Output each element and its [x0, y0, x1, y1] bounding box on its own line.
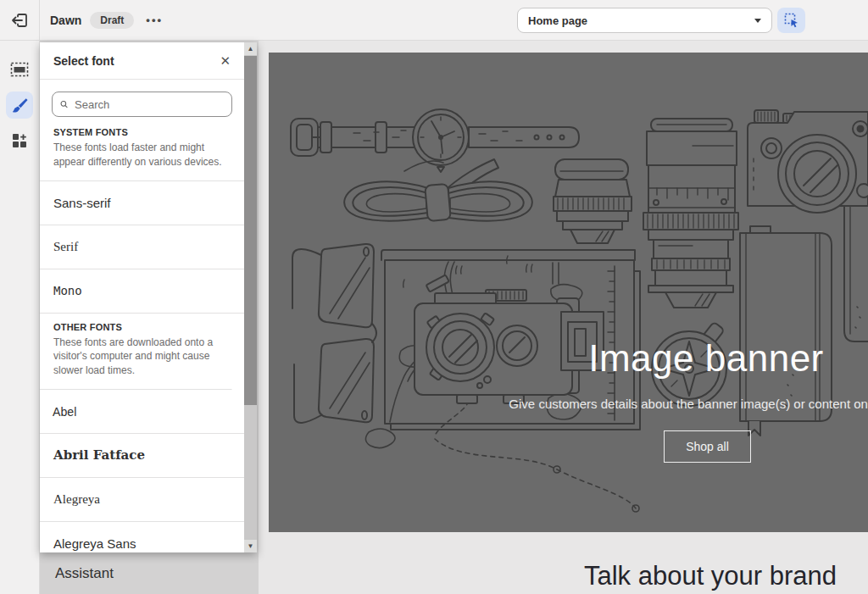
font-option-label: Abril Fatface [53, 447, 145, 463]
font-option-label: Mono [53, 284, 82, 297]
font-option-alegreya[interactable]: Alegreya [40, 477, 244, 521]
exit-editor-icon [9, 10, 30, 31]
select-font-panel: Select font ✕ SYSTEM FONTS These fonts l… [40, 42, 257, 552]
image-banner-section[interactable]: Image banner Give customers details abou… [269, 53, 868, 532]
apps-icon [11, 132, 28, 149]
font-option-label: Alegreya [53, 492, 100, 507]
paintbrush-icon [11, 97, 28, 114]
font-option-sans-serif[interactable]: Sans-serif [40, 180, 244, 225]
font-search[interactable] [52, 92, 232, 117]
select-element-button[interactable] [777, 8, 805, 33]
font-option-alegreya-sans[interactable]: Alegreya Sans [40, 521, 244, 552]
other-fonts-description: These fonts are downloaded onto a visito… [53, 336, 231, 378]
search-icon [60, 98, 68, 110]
system-fonts-description: These fonts load faster and might appear… [53, 141, 231, 169]
font-option-abril-fatface[interactable]: Abril Fatface [40, 433, 244, 477]
status-badge: Draft [90, 12, 134, 29]
select-element-icon [783, 12, 800, 29]
watch-illustration [291, 109, 579, 172]
sections-icon [10, 62, 29, 77]
small-lens-illustration [554, 159, 632, 243]
more-menu-button[interactable]: ••• [146, 14, 163, 26]
telephoto-lens-illustration [643, 119, 738, 308]
glasses-illustration [292, 244, 376, 423]
font-option-label: Serif [53, 240, 78, 254]
current-font-row[interactable]: Assistant [40, 552, 259, 594]
scrollbar-thumb[interactable] [244, 56, 257, 405]
panel-scrollbar[interactable]: ▲ ▼ [244, 42, 257, 552]
font-option-serif[interactable]: Serif [40, 225, 244, 269]
chevron-down-icon [754, 19, 761, 23]
theme-name: Dawn [50, 14, 81, 27]
font-option-label: Alegreya Sans [53, 536, 136, 551]
theme-settings-tab[interactable] [6, 92, 33, 119]
close-icon[interactable]: ✕ [220, 54, 231, 67]
shop-all-button[interactable]: Shop all [664, 430, 751, 463]
page-selector-value: Home page [528, 14, 587, 27]
search-input[interactable] [75, 98, 224, 111]
apps-tab[interactable] [6, 127, 33, 154]
font-option-mono[interactable]: Mono [40, 269, 244, 313]
left-icon-rail [0, 41, 40, 594]
system-fonts-heading: SYSTEM FONTS [53, 127, 231, 137]
font-option-label: Sans-serif [53, 196, 111, 210]
banner-heading: Image banner [588, 337, 824, 380]
panel-header: Select font ✕ [40, 42, 244, 80]
sections-tab[interactable] [6, 56, 33, 83]
banner-illustration [269, 53, 868, 532]
scroll-up-icon[interactable]: ▲ [244, 42, 257, 55]
scroll-down-icon[interactable]: ▼ [244, 540, 257, 552]
exit-editor-button[interactable] [0, 0, 40, 41]
font-option-abel[interactable]: Abel [40, 389, 232, 433]
camera-illustration [748, 110, 868, 213]
banner-subtext: Give customers details about the banner … [509, 397, 868, 411]
panel-title: Select font [53, 54, 114, 68]
current-font-label: Assistant [55, 565, 114, 582]
page-selector[interactable]: Home page [517, 8, 772, 33]
brand-section-heading: Talk about your brand [584, 561, 837, 591]
other-fonts-heading: OTHER FONTS [53, 322, 231, 332]
font-option-label: Abel [53, 404, 76, 419]
topbar: Dawn Draft ••• Home page [0, 0, 868, 41]
